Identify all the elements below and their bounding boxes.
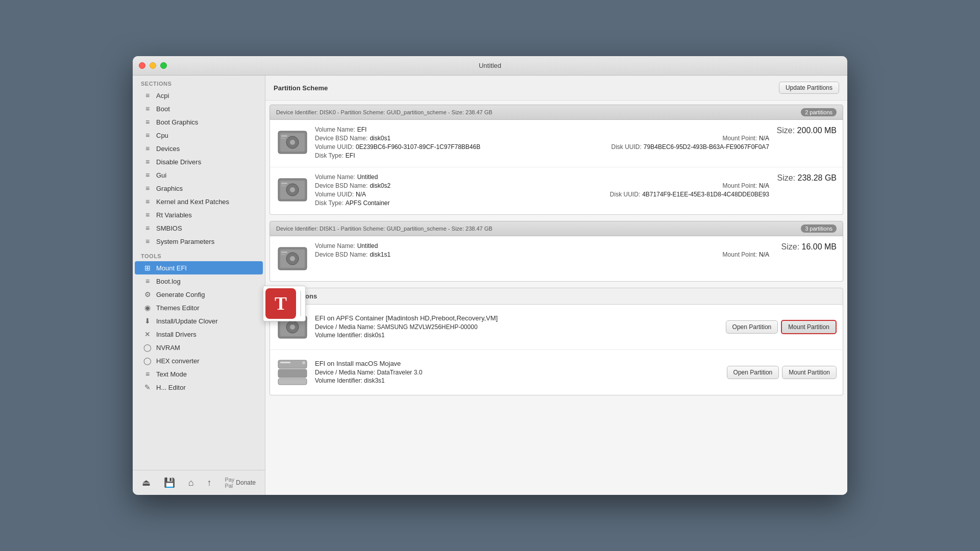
main-window: Untitled SECTIONS ≡ Acpi ≡ Boot ≡ Boot G… — [133, 56, 847, 495]
disk0-section: Device Identifier: DISK0 - Partition Sch… — [270, 105, 843, 215]
sidebar-item-label: HEX converter — [156, 357, 255, 365]
content-area: Partition Scheme Update Partitions Devic… — [265, 76, 847, 495]
edit-icon: ✎ — [143, 383, 152, 391]
disk0-partitions: Volume Name: EFI Device BSD Name: disk0s… — [270, 120, 843, 215]
dev-bsd-label: Device BSD Name: — [315, 251, 368, 258]
circle-icon: ◯ — [143, 357, 152, 365]
sidebar-item-boot[interactable]: ≡ Boot — [135, 102, 263, 115]
sidebar-item-hex-converter[interactable]: ◯ HEX converter — [135, 354, 263, 367]
sidebar-item-label: Text Mode — [156, 370, 255, 378]
sidebar-item-devices[interactable]: ≡ Devices — [135, 142, 263, 155]
vol-name-label: Volume Name: — [315, 126, 355, 133]
donate-button[interactable]: PayPal Donate — [222, 474, 259, 491]
disk-uuid-label: Disk UUID: — [611, 143, 642, 151]
dev-bsd-label: Device BSD Name: — [315, 182, 368, 189]
fullscreen-button[interactable] — [160, 62, 167, 69]
share-button[interactable]: ↑ — [204, 475, 214, 490]
paypal-icon: PayPal — [225, 477, 234, 489]
exit-icon: ⏏ — [142, 477, 151, 488]
home-icon: ⌂ — [188, 478, 194, 488]
circle-icon: ◉ — [143, 304, 152, 312]
sidebar-item-smbios[interactable]: ≡ SMBIOS — [135, 221, 263, 235]
scroll-area[interactable]: Device Identifier: DISK0 - Partition Sch… — [265, 101, 847, 495]
sidebar-item-label: Install/Update Clover — [156, 317, 255, 325]
efi-info-0: EFI on APFS Container [Madintosh HD,Preb… — [315, 314, 720, 340]
sidebar-item-nvram[interactable]: ◯ NVRAM — [135, 341, 263, 354]
sidebar-item-boot-log[interactable]: ≡ Boot.log — [135, 274, 263, 288]
sidebar-item-label: Rt Variables — [156, 211, 255, 219]
exit-button[interactable]: ⏏ — [139, 475, 154, 490]
svg-rect-23 — [278, 369, 307, 378]
mount-partition-button-0[interactable]: Mount Partition — [781, 320, 837, 334]
size-value: 200.00 MB — [797, 126, 837, 135]
list-icon: ≡ — [143, 370, 152, 378]
sidebar-item-cpu[interactable]: ≡ Cpu — [135, 129, 263, 142]
disk-icon-untitled — [276, 173, 309, 206]
traffic-lights — [139, 62, 167, 69]
disk-icon-efi — [276, 126, 309, 159]
disk1-icon — [276, 242, 309, 275]
sidebar: SECTIONS ≡ Acpi ≡ Boot ≡ Boot Graphics ≡… — [133, 76, 265, 495]
minimize-button[interactable] — [150, 62, 156, 69]
disk-uuid-label: Disk UUID: — [610, 191, 640, 198]
sidebar-item-install-clover[interactable]: ⬇ Install/Update Clover — [135, 314, 263, 328]
list-icon: ≡ — [143, 184, 152, 192]
sidebar-item-install-drivers[interactable]: ✕ Install Drivers — [135, 328, 263, 341]
sidebar-item-label: Mount EFI — [156, 264, 255, 272]
device-media-label: Device / Media Name: — [315, 369, 377, 376]
close-button[interactable] — [139, 62, 145, 69]
mount-partition-button-1[interactable]: Mount Partition — [782, 366, 837, 379]
sidebar-item-text-mode[interactable]: ≡ Text Mode — [135, 367, 263, 381]
disk-uuid-value: 4B7174F9-E1EE-45E3-81D8-4C48DDE0BE93 — [642, 191, 769, 198]
sidebar-item-boot-graphics[interactable]: ≡ Boot Graphics — [135, 115, 263, 129]
list-icon: ≡ — [143, 131, 152, 139]
sidebar-item-label: Gui — [156, 171, 255, 179]
open-partition-button-0[interactable]: Open Partition — [726, 320, 778, 334]
svg-point-3 — [290, 140, 295, 145]
update-partitions-button[interactable]: Update Partitions — [779, 82, 839, 94]
sidebar-item-system-parameters[interactable]: ≡ System Parameters — [135, 235, 263, 248]
efi-detail-volid-1: Volume Identifier: disk3s1 — [315, 377, 721, 384]
vol-name-value: Untitled — [357, 242, 378, 249]
list-icon: ≡ — [143, 91, 152, 99]
mount-point-value: N/A — [759, 135, 769, 142]
open-partition-button-1[interactable]: Open Partition — [727, 366, 779, 379]
sidebar-item-themes-editor[interactable]: ◉ Themes Editor — [135, 301, 263, 314]
sidebar-item-generate-config[interactable]: ⚙ Generate Config — [135, 288, 263, 301]
size-label: Size: — [777, 173, 797, 182]
disk1-partition-info: Volume Name: Untitled Device BSD Name: d… — [315, 242, 769, 260]
disk0-header-text: Device Identifier: DISK0 - Partition Sch… — [276, 109, 493, 115]
device-media-value: DataTraveler 3.0 — [377, 369, 422, 376]
sidebar-footer: ⏏ 💾 ⌂ ↑ PayPal Donate — [133, 470, 265, 495]
main-content: SECTIONS ≡ Acpi ≡ Boot ≡ Boot Graphics ≡… — [133, 76, 847, 495]
partition-item-efi: Volume Name: EFI Device BSD Name: disk0s… — [270, 120, 843, 167]
mount-point-value: N/A — [759, 182, 769, 189]
sidebar-item-rt-variables[interactable]: ≡ Rt Variables — [135, 208, 263, 221]
home-button[interactable]: ⌂ — [185, 475, 197, 490]
sidebar-item-acpi[interactable]: ≡ Acpi — [135, 89, 263, 102]
sidebar-item-label: Boot — [156, 105, 255, 113]
sidebar-item-mount-efi[interactable]: ⊞ Mount EFI — [135, 261, 263, 274]
svg-rect-11 — [281, 185, 285, 186]
sidebar-item-gui[interactable]: ≡ Gui — [135, 168, 263, 182]
sidebar-item-kernel-kext[interactable]: ≡ Kernel and Kext Patches — [135, 195, 263, 208]
window-title: Untitled — [479, 62, 501, 69]
disk1-header-text: Device Identifier: DISK1 - Partition Sch… — [276, 226, 493, 232]
disk1-section: Device Identifier: DISK1 - Partition Sch… — [270, 221, 843, 282]
efi-list: EFI on APFS Container [Madintosh HD,Preb… — [270, 305, 843, 395]
popup-divider — [300, 291, 301, 316]
disk1-partition-item: Volume Name: Untitled Device BSD Name: d… — [270, 236, 843, 281]
size-label: Size: — [781, 242, 802, 251]
dev-bsd-label: Device BSD Name: — [315, 135, 368, 142]
circle-icon: ◯ — [143, 343, 152, 352]
download-icon: ⬇ — [143, 317, 152, 325]
sidebar-item-graphics[interactable]: ≡ Graphics — [135, 182, 263, 195]
save-button[interactable]: 💾 — [161, 475, 178, 490]
efi-section: Efi Partitions — [270, 288, 843, 395]
sidebar-item-disable-drivers[interactable]: ≡ Disable Drivers — [135, 155, 263, 168]
disk0-header: Device Identifier: DISK0 - Partition Sch… — [270, 105, 843, 120]
sidebar-item-hex-editor[interactable]: ✎ H... Editor — [135, 381, 263, 394]
titlebar: Untitled — [133, 56, 847, 76]
vol-name-label: Volume Name: — [315, 173, 355, 181]
tools-label: TOOLS — [133, 248, 265, 261]
